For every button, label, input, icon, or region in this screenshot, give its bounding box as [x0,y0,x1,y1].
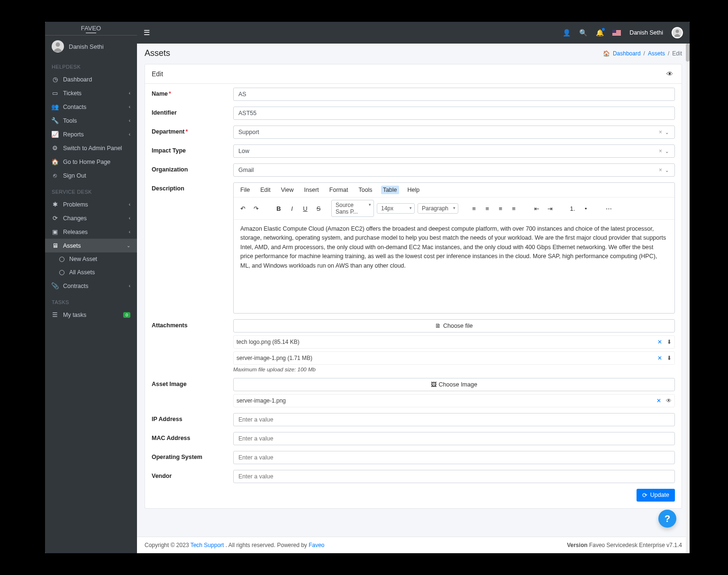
strike-icon[interactable]: S [313,203,324,214]
topbar-username[interactable]: Danish Sethi [629,29,663,36]
redo-icon[interactable]: ↷ [251,203,261,214]
sidebar-item-contracts[interactable]: 📎Contracts‹ [45,279,137,293]
bold-icon[interactable]: B [273,203,284,214]
help-fab[interactable]: ? [658,510,676,528]
unordered-list-icon[interactable]: • [581,203,591,214]
os-input[interactable] [233,451,675,464]
menu-tools[interactable]: Tools [356,186,374,194]
size-select[interactable]: 14px [377,203,415,214]
required-mark: * [185,128,188,135]
sidebar-item-contacts[interactable]: 👥Contacts‹ [45,100,137,114]
list-icon: ☰ [52,311,58,318]
identifier-input[interactable] [233,107,675,120]
align-right-icon[interactable]: ≡ [495,203,506,214]
align-justify-icon[interactable]: ≡ [509,203,519,214]
menu-toggle-icon[interactable]: ☰ [144,28,150,37]
sidebar-item-assets[interactable]: 🖥Assets⌄ [45,239,137,252]
name-input[interactable] [233,88,675,101]
label-impact: Impact Type [152,147,186,154]
align-left-icon[interactable]: ≡ [469,203,479,214]
update-button[interactable]: ⟳Update [637,489,675,502]
scrollbar-thumb[interactable] [686,44,690,62]
add-user-icon[interactable]: 👤 [563,29,571,36]
clear-icon[interactable]: × [657,148,664,154]
user-gear-icon: ⚙ [52,144,58,152]
editor-content[interactable]: Amazon Elastic Compute Cloud (Amazon EC2… [234,220,674,313]
remove-icon[interactable]: ✕ [657,355,662,361]
menu-view[interactable]: View [279,186,296,194]
sidebar-item-homepage[interactable]: 🏠Go to Home Page [45,155,137,169]
impact-select[interactable]: Low×⌄ [233,144,675,158]
remove-icon[interactable]: ✕ [657,339,662,345]
clear-icon[interactable]: × [657,167,664,173]
section-helpdesk: HELPDESK [45,57,137,72]
footer-version-label: Version [567,542,587,548]
ordered-list-icon[interactable]: 1. [567,203,578,214]
attachment-name: server-image-1.png (1.71 MB) [237,355,312,361]
breadcrumb-dashboard[interactable]: Dashboard [613,50,641,57]
menu-file[interactable]: File [238,186,252,194]
undo-icon[interactable]: ↶ [237,203,248,214]
outdent-icon[interactable]: ⇤ [531,203,542,214]
preview-button[interactable]: 👁 [664,69,675,79]
sidebar-item-problems[interactable]: ✱Problems‹ [45,198,137,211]
menu-edit[interactable]: Edit [258,186,273,194]
topbar-avatar[interactable] [672,27,683,38]
editor-toolbar: ↶ ↷ B I U S Source Sans [234,197,674,220]
block-select[interactable]: Paragraph [418,203,458,214]
brand[interactable]: FAVEO [45,22,137,36]
bell-icon[interactable]: 🔔 [596,29,604,36]
remove-icon[interactable]: ✕ [656,397,661,404]
menu-table[interactable]: Table [381,186,399,194]
footer-rights: . All rights reserved. Powered by [226,542,309,548]
sidebar-item-new-asset[interactable]: New Asset [45,252,137,266]
menu-insert[interactable]: Insert [302,186,321,194]
card-title: Edit [152,70,163,78]
image-icon: 🖼 [431,381,437,388]
ip-input[interactable] [233,413,675,426]
font-select[interactable]: Source Sans P... [331,200,374,217]
align-center-icon[interactable]: ≡ [482,203,492,214]
download-icon[interactable]: ⬇ [667,339,672,345]
sidebar-item-tickets[interactable]: ▭Tickets‹ [45,86,137,100]
sidebar-user[interactable]: Danish Sethi [45,36,137,57]
sidebar-item-dashboard[interactable]: ◷Dashboard [45,72,137,86]
flag-us-icon[interactable] [612,30,621,36]
brand-text: FAVEO [81,25,101,32]
department-select[interactable]: Support×⌄ [233,126,675,139]
question-icon: ? [664,513,670,524]
sidebar-item-releases[interactable]: ▣Releases‹ [45,225,137,239]
task-count-badge: 0 [123,312,130,318]
italic-icon[interactable]: I [287,203,297,214]
download-icon[interactable]: ⬇ [667,355,672,361]
sidebar-item-signout[interactable]: ⎋Sign Out [45,169,137,182]
footer-faveo-link[interactable]: Faveo [309,542,324,548]
choose-image-button[interactable]: 🖼 Choose Image [233,378,675,391]
sidebar-item-all-assets[interactable]: All Assets [45,266,137,279]
chevron-left-icon: ‹ [129,90,130,96]
choose-file-button[interactable]: 🗎 Choose file [233,319,675,332]
chevron-left-icon: ‹ [129,132,130,137]
mac-input[interactable] [233,432,675,445]
sidebar-item-tools[interactable]: 🔧Tools‹ [45,114,137,127]
clear-icon[interactable]: × [657,129,664,135]
label-ip: IP Address [152,416,182,422]
organization-select[interactable]: Gmail×⌄ [233,163,675,177]
search-icon[interactable]: 🔍 [579,29,587,36]
footer-tech-link[interactable]: Tech Support [191,542,224,548]
sidebar-item-changes[interactable]: ⟳Changes‹ [45,211,137,225]
scrollbar-track[interactable] [686,44,690,553]
more-icon[interactable]: ⋯ [603,203,614,214]
sidebar-item-reports[interactable]: 📈Reports‹ [45,127,137,141]
eye-icon[interactable]: 👁 [666,397,672,404]
users-icon: 👥 [52,103,58,110]
breadcrumb-assets[interactable]: Assets [648,50,665,57]
sidebar-item-adminpanel[interactable]: ⚙Switch to Admin Panel [45,141,137,155]
underline-icon[interactable]: U [300,203,310,214]
indent-icon[interactable]: ⇥ [545,203,555,214]
vendor-input[interactable] [233,470,675,483]
menu-format[interactable]: Format [328,186,350,194]
menu-help[interactable]: Help [406,186,422,194]
label-vendor: Vendor [152,473,172,479]
sidebar-item-mytasks[interactable]: ☰My tasks0 [45,308,137,322]
